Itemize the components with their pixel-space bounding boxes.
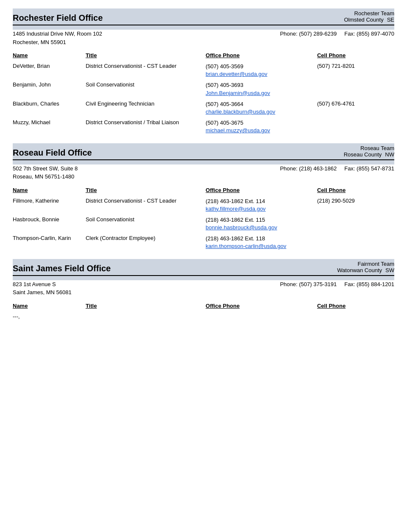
phone-number: (507) 405-3664 xyxy=(206,101,243,107)
fax-roseau: Fax: (855) 547-8731 xyxy=(344,165,394,172)
phone-number: (218) 463-1862 Ext. 115 xyxy=(206,217,265,223)
staff-office-phone: (218) 463-1862 Ext. 114kathy.fillmore@us… xyxy=(206,195,317,214)
fax-saint-james: Fax: (855) 884-1201 xyxy=(344,281,394,287)
address-phone-row-saint-james: 823 1st Avenue SSaint James, MN 56081Pho… xyxy=(13,280,394,297)
address-line1: 502 7th Street SW, Suite 8 xyxy=(13,164,78,173)
th-cell_phone: Cell Phone xyxy=(317,301,394,311)
th-office_phone: Office Phone xyxy=(206,185,317,195)
staff-cell-phone xyxy=(317,79,394,97)
office-header-roseau: Roseau Field OfficeRoseau TeamRoseau Cou… xyxy=(13,145,394,160)
staff-office-phone: (218) 463-1862 Ext. 118karin.thompson-ca… xyxy=(206,232,317,251)
staff-email[interactable]: kathy.fillmore@usda.gov xyxy=(206,205,315,213)
staff-title: Soil Conservationist xyxy=(86,79,206,97)
staff-office-phone xyxy=(206,311,317,320)
th-name: Name xyxy=(13,301,86,311)
th-office_phone: Office Phone xyxy=(206,301,317,311)
phone-number: (507) 405-3693 xyxy=(206,82,243,88)
staff-email[interactable]: brian.devetter@usda.gov xyxy=(206,70,315,78)
address-line1: 1485 Industrial Drive NW, Room 102 xyxy=(13,30,102,38)
phone-number: (507) 405-3569 xyxy=(206,63,243,70)
th-title: Title xyxy=(86,185,206,195)
address-line1: 823 1st Avenue S xyxy=(13,280,72,289)
staff-title: District Conservationist - CST Leader xyxy=(86,195,206,214)
county-saint-james: Watonwan County xyxy=(337,267,382,273)
county-rochester: Olmsted County xyxy=(344,17,383,23)
phone-roseau: Phone: (218) 463-1862 xyxy=(280,165,337,172)
address-line2: Saint James, MN 56081 xyxy=(13,288,72,297)
staff-title: Soil Conservationist xyxy=(86,214,206,232)
phone-number: (507) 405-3675 xyxy=(206,120,243,126)
staff-table-saint-james: NameTitleOffice PhoneCell Phone---, xyxy=(13,301,394,320)
team-label-roseau: Roseau Team xyxy=(344,145,394,151)
table-row: ---, xyxy=(13,311,394,320)
team-label-rochester: Rochester Team xyxy=(344,10,394,17)
staff-title: Clerk (Contractor Employee) xyxy=(86,232,206,251)
office-section-saint-james: Saint James Field OfficeFairmont TeamWat… xyxy=(13,259,394,320)
office-name-roseau: Roseau Field Office xyxy=(13,148,92,158)
county-row-rochester: Olmsted CountySE xyxy=(344,17,394,23)
region-rochester: SE xyxy=(387,17,394,23)
county-row-saint-james: Watonwan CountySW xyxy=(337,267,394,273)
address-line2: Roseau, MN 56751-1480 xyxy=(13,173,78,181)
staff-title: Civil Engineering Technician xyxy=(86,98,206,117)
county-row-roseau: Roseau CountyNW xyxy=(344,151,394,158)
staff-name: DeVetter, Brian xyxy=(13,60,86,79)
staff-office-phone: (507) 405-3675michael.muzzy@usda.gov xyxy=(206,117,317,135)
table-row: Muzzy, MichaelDistrict Conservationist /… xyxy=(13,117,394,135)
staff-office-phone: (507) 405-3569brian.devetter@usda.gov xyxy=(206,60,317,79)
staff-table-rochester: NameTitleOffice PhoneCell PhoneDeVetter,… xyxy=(13,50,394,136)
table-header-row: NameTitleOffice PhoneCell Phone xyxy=(13,185,394,195)
office-team-roseau: Roseau TeamRoseau CountyNW xyxy=(344,145,394,158)
th-office_phone: Office Phone xyxy=(206,50,317,60)
office-section-roseau: Roseau Field OfficeRoseau TeamRoseau Cou… xyxy=(13,143,394,251)
office-header-bg-roseau: Roseau Field OfficeRoseau TeamRoseau Cou… xyxy=(13,143,394,164)
staff-office-phone: (507) 405-3693John.Benjamin@usda.gov xyxy=(206,79,317,97)
staff-cell-phone: (218) 290-5029 xyxy=(317,195,394,214)
staff-email[interactable]: bonnie.hasbrouck@usda.gov xyxy=(206,224,315,231)
table-row: Fillmore, KatherineDistrict Conservation… xyxy=(13,195,394,214)
staff-name: Thompson-Carlin, Karin xyxy=(13,232,86,251)
address-line2: Rochester, MN 55901 xyxy=(13,38,102,47)
address-phone-row-roseau: 502 7th Street SW, Suite 8Roseau, MN 567… xyxy=(13,164,394,181)
fax-rochester: Fax: (855) 897-4070 xyxy=(344,31,394,37)
staff-office-phone: (507) 405-3664charlie.blackburn@usda.gov xyxy=(206,98,317,117)
staff-table-roseau: NameTitleOffice PhoneCell PhoneFillmore,… xyxy=(13,185,394,251)
staff-cell-phone xyxy=(317,232,394,251)
phone-fax-roseau: Phone: (218) 463-1862 Fax: (855) 547-873… xyxy=(280,164,394,173)
phone-number: (218) 463-1862 Ext. 118 xyxy=(206,235,265,242)
office-section-rochester: Rochester Field OfficeRochester TeamOlms… xyxy=(13,8,394,136)
staff-cell-phone xyxy=(317,117,394,135)
th-cell_phone: Cell Phone xyxy=(317,185,394,195)
th-title: Title xyxy=(86,301,206,311)
table-header-row: NameTitleOffice PhoneCell Phone xyxy=(13,301,394,311)
table-row: Blackburn, CharlesCivil Engineering Tech… xyxy=(13,98,394,117)
staff-email[interactable]: John.Benjamin@usda.gov xyxy=(206,89,315,97)
staff-cell-phone: (507) 721-8201 xyxy=(317,60,394,79)
address-block-saint-james: 823 1st Avenue SSaint James, MN 56081Pho… xyxy=(13,280,394,297)
staff-name: ---, xyxy=(13,311,86,320)
county-roseau: Roseau County xyxy=(344,151,382,158)
staff-title: District Conservationist - CST Leader xyxy=(86,60,206,79)
address-left-saint-james: 823 1st Avenue SSaint James, MN 56081 xyxy=(13,280,72,297)
address-left-rochester: 1485 Industrial Drive NW, Room 102Roches… xyxy=(13,30,102,46)
region-saint-james: SW xyxy=(385,267,394,273)
office-header-bg-rochester: Rochester Field OfficeRochester TeamOlms… xyxy=(13,8,394,30)
office-name-saint-james: Saint James Field Office xyxy=(13,264,111,273)
table-row: Thompson-Carlin, KarinClerk (Contractor … xyxy=(13,232,394,251)
office-team-saint-james: Fairmont TeamWatonwan CountySW xyxy=(337,261,394,273)
staff-title xyxy=(86,311,206,320)
phone-fax-saint-james: Phone: (507) 375-3191 Fax: (855) 884-120… xyxy=(280,280,394,289)
staff-email[interactable]: michael.muzzy@usda.gov xyxy=(206,127,315,134)
table-header-row: NameTitleOffice PhoneCell Phone xyxy=(13,50,394,60)
office-team-rochester: Rochester TeamOlmsted CountySE xyxy=(344,10,394,23)
staff-email[interactable]: charlie.blackburn@usda.gov xyxy=(206,108,315,116)
th-title: Title xyxy=(86,50,206,60)
phone-fax-rochester: Phone: (507) 289-6239 Fax: (855) 897-407… xyxy=(280,30,394,39)
staff-name: Fillmore, Katherine xyxy=(13,195,86,214)
staff-email[interactable]: karin.thompson-carlin@usda.gov xyxy=(206,242,315,250)
th-name: Name xyxy=(13,50,86,60)
staff-title: District Conservationist / Tribal Liaiso… xyxy=(86,117,206,135)
office-header-saint-james: Saint James Field OfficeFairmont TeamWat… xyxy=(13,261,394,276)
staff-cell-phone: (507) 676-4761 xyxy=(317,98,394,117)
phone-number: (218) 463-1862 Ext. 114 xyxy=(206,198,265,204)
